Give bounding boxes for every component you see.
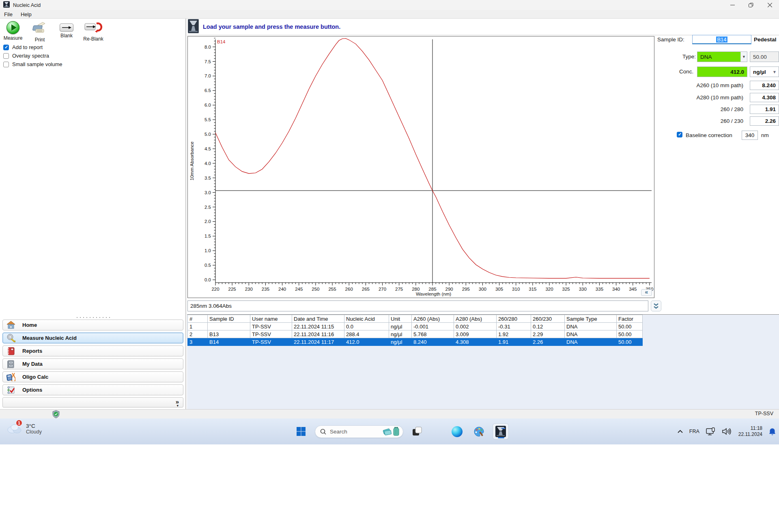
table-header-cell[interactable]: Sample Type [565, 315, 617, 323]
restore-button[interactable] [742, 0, 760, 10]
unit-value: ng/µl [753, 69, 766, 75]
edge-browser-button[interactable] [449, 423, 465, 440]
double-down-chevron-icon [653, 303, 659, 309]
svg-text:330: 330 [579, 287, 587, 292]
measure-play-icon [6, 21, 19, 34]
paint-app-button[interactable] [471, 423, 487, 440]
menu-help[interactable]: Help [17, 11, 36, 17]
svg-text:255: 255 [328, 287, 336, 292]
collapse-down-chevrons-button[interactable] [651, 300, 661, 311]
nav-splitter-handle[interactable] [0, 316, 185, 319]
print-button-label: Print [35, 37, 45, 43]
search-placeholder: Search [330, 429, 383, 435]
type-dropdown-arrow-icon: ▼ [740, 52, 747, 62]
taskbar-clock[interactable]: 11:18 22.11.2024 [738, 425, 762, 438]
table-cell: 2.26 [531, 338, 565, 346]
table-header-cell[interactable]: User name [250, 315, 292, 323]
ratio-260-280-value: 1.91 [750, 105, 779, 114]
table-header-cell[interactable]: Factor [617, 315, 643, 323]
overlay-spectra-checkbox[interactable] [3, 53, 9, 59]
sidebar-item-options[interactable]: Options [2, 384, 183, 395]
table-header-cell[interactable]: Unit [389, 315, 412, 323]
start-button[interactable] [293, 423, 309, 440]
table-row[interactable]: 1TP-SSV22.11.2024 11:150.0ng/µl-0.0010.0… [188, 323, 643, 330]
table-cell [208, 323, 250, 330]
svg-text:6.5: 6.5 [204, 88, 211, 93]
taskbar-weather-widget[interactable]: 1 3°C Cloudy [6, 422, 42, 435]
notification-bell-icon[interactable] [769, 428, 776, 435]
windows-logo-icon [296, 427, 306, 436]
nav-expander-bar[interactable]: » [2, 397, 183, 408]
type-dropdown[interactable]: DNA ▼ [697, 51, 747, 62]
weather-temp: 3°C [26, 423, 42, 429]
window-title: Nucleic Acid [13, 2, 41, 8]
speaker-volume-icon[interactable] [722, 428, 732, 435]
table-cell: TP-SSV [250, 338, 292, 346]
status-message: Load your sample and press the measure b… [203, 24, 340, 30]
concentration-field[interactable]: 412.0 [697, 66, 747, 77]
window-controls [723, 0, 779, 10]
factor-field[interactable]: 50.00 [750, 51, 779, 62]
table-header-cell[interactable]: Date and Time [292, 315, 344, 323]
language-indicator[interactable]: FRA [689, 429, 699, 434]
sample-id-input[interactable]: B14 [692, 35, 751, 44]
cursor-readout: 285nm 3.064Abs [187, 300, 648, 311]
svg-text:4.0: 4.0 [204, 161, 211, 166]
sidebar-item-home[interactable]: Home [2, 320, 183, 330]
add-to-report-checkbox[interactable] [3, 45, 9, 50]
svg-text:3.5: 3.5 [204, 176, 211, 180]
svg-text:235: 235 [262, 287, 269, 292]
close-button[interactable] [760, 0, 779, 10]
minimize-button[interactable] [723, 0, 742, 10]
baseline-wavelength-field[interactable]: 340 [742, 131, 758, 140]
spectrum-chart[interactable]: 2202252302352402452502552602652702752802… [187, 36, 654, 298]
table-header-cell[interactable]: # [188, 315, 208, 323]
table-header-cell[interactable]: A260 (Abs) [412, 315, 454, 323]
cast-display-icon[interactable] [706, 427, 716, 435]
checkbox-overlay-spectra[interactable]: Overlay spectra [3, 51, 62, 60]
table-row[interactable]: 2B13TP-SSV22.11.2024 11:16288.4ng/µl5.76… [188, 330, 643, 338]
collapse-left-chevrons-button[interactable]: « [641, 289, 652, 296]
table-cell: 22.11.2024 11:15 [292, 323, 344, 330]
table-header-cell[interactable]: A280 (Abs) [454, 315, 497, 323]
table-cell: -0.31 [497, 323, 531, 330]
table-header-cell[interactable]: Sample ID [208, 315, 250, 323]
baseline-correction-checkbox[interactable] [677, 132, 682, 137]
checkbox-small-sample-volume[interactable]: Small sample volume [3, 60, 62, 69]
cloud-icon: 1 [6, 422, 23, 435]
svg-text:0.0: 0.0 [204, 277, 211, 282]
table-header-cell[interactable]: 260/230 [531, 315, 565, 323]
table-header-cell[interactable]: Nucleic Acid [344, 315, 389, 323]
sidebar-item-reports[interactable]: Reports [2, 345, 183, 356]
sidebar-item-measure-nucleic-acid[interactable]: Measure Nucleic Acid [2, 332, 183, 343]
tray-chevron-up-icon[interactable] [678, 430, 683, 433]
overlay-spectra-label: Overlay spectra [12, 53, 49, 59]
svg-text:250: 250 [312, 287, 319, 292]
reblank-button[interactable]: Re-Blank [83, 21, 104, 43]
option-checkboxes: Add to report Overlay spectra Small samp… [3, 43, 62, 69]
small-sample-volume-checkbox[interactable] [3, 62, 9, 67]
menu-file[interactable]: File [0, 11, 17, 17]
unit-dropdown[interactable]: ng/µl ▼ [750, 66, 779, 77]
instrument-pedestal-icon [188, 19, 199, 35]
svg-text:220: 220 [211, 287, 219, 292]
taskbar-search-box[interactable]: Search [315, 425, 403, 438]
table-header-cell[interactable]: 260/280 [497, 315, 531, 323]
blank-arrow-icon [60, 24, 73, 32]
table-row[interactable]: 3B14TP-SSV22.11.2024 11:17412.0ng/µl8.24… [188, 338, 643, 346]
measure-button[interactable]: Measure [2, 21, 24, 43]
sidebar-item-oligo-calc[interactable]: Oligo Calc [2, 371, 183, 382]
svg-text:320: 320 [545, 287, 553, 292]
weather-condition: Cloudy [26, 429, 42, 435]
svg-text:5.0: 5.0 [204, 132, 211, 137]
table-cell: 8.240 [412, 338, 454, 346]
nucleic-acid-app-taskbar-button[interactable] [493, 423, 509, 440]
svg-text:230: 230 [245, 287, 253, 292]
paint-palette-icon [473, 426, 484, 437]
checkbox-add-to-report[interactable]: Add to report [3, 43, 62, 51]
svg-text:8.0: 8.0 [204, 45, 211, 49]
sidebar-item-my-data[interactable]: My Data [2, 358, 183, 369]
print-button[interactable]: Print [29, 21, 50, 43]
task-view-button[interactable] [409, 423, 425, 440]
blank-button[interactable]: Blank [56, 21, 77, 43]
